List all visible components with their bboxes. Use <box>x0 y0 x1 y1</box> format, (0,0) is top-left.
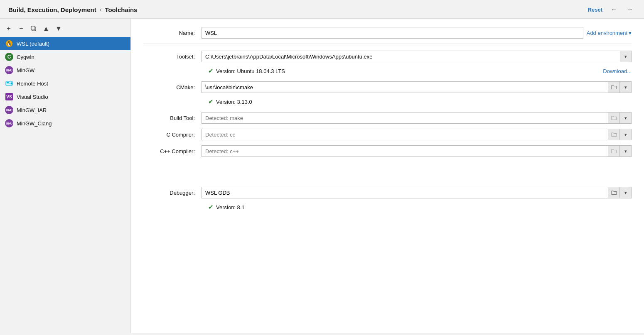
cmake-row: CMake: ▾ <box>143 81 632 93</box>
build-tool-dropdown-button[interactable]: ▾ <box>620 112 632 124</box>
cmake-version-check-icon: ✔ <box>208 98 214 105</box>
c-compiler-dropdown-button[interactable]: ▾ <box>620 129 632 140</box>
name-field-area: Add environment ▾ <box>202 27 632 39</box>
mingw-iar-icon: GNU <box>5 106 13 114</box>
c-compiler-folder-button[interactable] <box>608 129 620 140</box>
name-label: Name: <box>143 30 202 36</box>
sidebar-item-visual-studio-label: Visual Studio <box>17 94 48 100</box>
svg-text:🐧: 🐧 <box>6 41 12 46</box>
add-environment-label: Add environment <box>587 30 627 36</box>
c-compiler-input-container: ▾ <box>202 129 632 140</box>
forward-button[interactable]: → <box>624 5 636 14</box>
breadcrumb-separator: › <box>100 6 102 13</box>
header-actions: Reset ← → <box>586 5 636 14</box>
build-tool-field-area: ▾ <box>202 112 632 124</box>
copy-toolchain-button[interactable] <box>28 24 39 34</box>
sidebar-item-mingw-clang-label: MinGW_Clang <box>17 120 52 127</box>
sidebar-item-mingw[interactable]: GNU MinGW <box>0 64 130 77</box>
breadcrumb-build: Build, Execution, Deployment <box>8 6 96 13</box>
cpp-compiler-label: C++ Compiler: <box>143 148 202 154</box>
c-compiler-input[interactable] <box>202 129 608 140</box>
mingw-clang-icon: GNU <box>5 119 13 127</box>
build-tool-input-container: ▾ <box>202 112 632 124</box>
debugger-input[interactable] <box>202 187 608 198</box>
toolset-dropdown-arrow[interactable]: ▾ <box>620 51 632 62</box>
c-compiler-field-area: ▾ <box>202 129 632 140</box>
add-environment-button[interactable]: Add environment ▾ <box>587 30 632 36</box>
debugger-version-text: Version: 8.1 <box>216 204 245 210</box>
sidebar-item-cygwin-label: Cygwin <box>17 54 34 60</box>
breadcrumb: Build, Execution, Deployment › Toolchain… <box>8 6 137 13</box>
breadcrumb-toolchains: Toolchains <box>105 6 137 13</box>
remove-toolchain-button[interactable]: − <box>16 24 27 34</box>
move-up-button[interactable]: ▲ <box>41 24 52 34</box>
svg-text:VS: VS <box>6 95 12 99</box>
cpp-compiler-row: C++ Compiler: ▾ <box>143 145 632 157</box>
build-tool-row: Build Tool: ▾ <box>143 112 632 124</box>
sidebar-item-visual-studio[interactable]: VS Visual Studio <box>0 90 130 103</box>
build-tool-folder-button[interactable] <box>608 112 620 124</box>
cmake-input-container: ▾ <box>202 81 632 93</box>
name-input[interactable] <box>202 27 583 39</box>
sidebar-item-mingw-iar-label: MinGW_IAR <box>17 107 47 113</box>
cpp-compiler-field-area: ▾ <box>202 145 632 157</box>
sidebar-item-wsl-label: WSL (default) <box>17 41 49 47</box>
cpp-compiler-folder-button[interactable] <box>608 145 620 157</box>
sidebar-item-mingw-iar[interactable]: GNU MinGW_IAR <box>0 103 130 117</box>
toolset-select[interactable]: C:\Users\jetbrains\AppData\Local\Microso… <box>202 51 632 62</box>
sidebar-item-wsl[interactable]: 🐧 WSL (default) <box>0 37 130 50</box>
debugger-folder-button[interactable] <box>608 187 620 198</box>
sidebar-item-cygwin[interactable]: C Cygwin <box>0 50 130 64</box>
add-toolchain-button[interactable]: + <box>3 24 14 34</box>
debugger-field-area: ▾ <box>202 187 632 198</box>
debugger-version-check-icon: ✔ <box>208 203 214 211</box>
debugger-label: Debugger: <box>143 190 202 196</box>
back-button[interactable]: ← <box>608 5 620 14</box>
cmake-version-text: Version: 3.13.0 <box>216 99 252 105</box>
cmake-label: CMake: <box>143 84 202 90</box>
mingw-icon: GNU <box>5 66 13 74</box>
cmake-field-area: ▾ <box>202 81 632 93</box>
c-compiler-row: C Compiler: ▾ <box>143 129 632 140</box>
sidebar-item-mingw-clang[interactable]: GNU MinGW_Clang <box>0 117 130 130</box>
cmake-version-row: ✔ Version: 3.13.0 <box>143 98 632 105</box>
cpp-compiler-dropdown-button[interactable]: ▾ <box>620 145 632 157</box>
debugger-dropdown-button[interactable]: ▾ <box>620 187 632 198</box>
sidebar-item-remote-host[interactable]: Remote Host <box>0 77 130 90</box>
toolset-version-row: ✔ Version: Ubuntu 18.04.3 LTS Download..… <box>143 67 632 75</box>
toolset-field-area: C:\Users\jetbrains\AppData\Local\Microso… <box>202 51 632 62</box>
toolset-row: Toolset: C:\Users\jetbrains\AppData\Loca… <box>143 51 632 62</box>
reset-button[interactable]: Reset <box>586 6 604 14</box>
toolset-version-check-icon: ✔ <box>208 67 214 75</box>
debugger-input-container: ▾ <box>202 187 632 198</box>
build-tool-label: Build Tool: <box>143 115 202 121</box>
sidebar-item-mingw-label: MinGW <box>17 67 34 73</box>
c-compiler-label: C Compiler: <box>143 132 202 138</box>
move-down-button[interactable]: ▼ <box>53 24 64 34</box>
toolset-select-container: C:\Users\jetbrains\AppData\Local\Microso… <box>202 51 632 62</box>
visual-studio-icon: VS <box>5 93 13 101</box>
sidebar-item-remote-host-label: Remote Host <box>17 81 48 87</box>
cmake-folder-button[interactable] <box>608 81 620 93</box>
main-content: + − ▲ ▼ 🐧 WSL (default) C <box>0 19 644 333</box>
debugger-row: Debugger: ▾ <box>143 187 632 198</box>
cpp-compiler-input[interactable] <box>202 145 608 157</box>
cygwin-icon: C <box>5 53 13 61</box>
toolset-label: Toolset: <box>143 54 202 60</box>
add-environment-chevron: ▾ <box>629 30 632 36</box>
name-row: Name: Add environment ▾ <box>143 27 632 39</box>
build-tool-input[interactable] <box>202 112 608 124</box>
cmake-input[interactable] <box>202 81 608 93</box>
spacer <box>143 162 632 174</box>
wsl-icon: 🐧 <box>5 39 13 48</box>
divider-1 <box>143 44 632 44</box>
right-panel: Name: Add environment ▾ Toolset: C:\User… <box>131 19 644 333</box>
debugger-version-row: ✔ Version: 8.1 <box>143 203 632 211</box>
remote-host-icon <box>5 79 13 88</box>
sidebar-toolbar: + − ▲ ▼ <box>0 22 130 37</box>
toolset-version-text: Version: Ubuntu 18.04.3 LTS <box>216 68 285 74</box>
svg-rect-5 <box>7 82 9 83</box>
download-button[interactable]: Download... <box>603 68 632 74</box>
cmake-dropdown-button[interactable]: ▾ <box>620 81 632 93</box>
cpp-compiler-input-container: ▾ <box>202 145 632 157</box>
